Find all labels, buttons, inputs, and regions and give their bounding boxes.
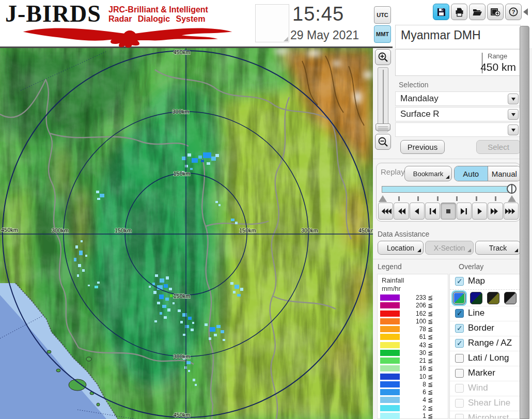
stop-button[interactable] <box>441 203 456 220</box>
overlay-row-microburst[interactable]: Microburst <box>450 411 520 419</box>
map-zoom-in-button[interactable] <box>375 49 391 65</box>
fast-forward-button[interactable] <box>488 203 503 220</box>
product-dropdown-button[interactable] <box>508 109 519 120</box>
rewind-fast-button[interactable] <box>378 203 393 220</box>
printer-icon <box>455 7 464 17</box>
legend-color-swatch <box>380 294 400 301</box>
map-zoom-slider-handle[interactable] <box>375 123 390 131</box>
checkbox-icon[interactable] <box>455 309 464 318</box>
legend-color-swatch <box>380 302 400 308</box>
play-reverse-icon <box>414 208 420 215</box>
product-dropdown[interactable]: Surface R <box>395 107 521 121</box>
play-reverse-button[interactable] <box>410 203 425 220</box>
bookmark-button[interactable]: Bookmark <box>404 166 452 181</box>
x-section-button[interactable]: X-Section <box>425 241 474 255</box>
save-button[interactable] <box>433 4 449 20</box>
overlay-row-map[interactable]: Map <box>450 274 520 289</box>
option-dropdown-button[interactable] <box>508 125 519 135</box>
step-forward-button[interactable] <box>457 203 472 220</box>
overlay-row-lati-long[interactable]: Lati / Long <box>450 351 520 366</box>
checkbox-icon[interactable] <box>455 354 464 363</box>
rewind-button[interactable] <box>394 203 409 220</box>
play-button[interactable] <box>472 203 487 220</box>
map-style-swatch-2[interactable] <box>470 292 482 304</box>
print-button[interactable] <box>451 4 467 20</box>
site-dropdown-button[interactable] <box>508 94 519 104</box>
overlay-row-range-az[interactable]: Range / AZ <box>450 336 520 351</box>
select-button[interactable]: Select <box>476 140 521 154</box>
station-box: Myanmar DMH <box>395 25 521 48</box>
previous-button[interactable]: Previous <box>400 140 445 154</box>
less-equal-symbol: ≦ <box>428 294 433 301</box>
overlay-item-label: Shear Line <box>468 398 510 408</box>
zoom-out-icon <box>378 136 389 148</box>
legend-color-swatch <box>380 326 400 332</box>
legend-color-swatch <box>380 397 400 403</box>
overlay-row-shear-line[interactable]: Shear Line <box>450 396 520 411</box>
help-icon: ? <box>508 7 519 17</box>
map-style-swatch-3[interactable] <box>487 292 499 304</box>
panel-splitter[interactable] <box>520 26 529 419</box>
overlay-label: Overlay <box>459 262 483 271</box>
checkbox-icon[interactable] <box>455 277 464 286</box>
fast-forward-max-icon <box>505 208 517 215</box>
overlay-row-marker[interactable]: Marker <box>450 366 520 381</box>
radar-map[interactable]: 450km 300km 150km 150km 300km 450km 450k… <box>0 48 373 419</box>
panel-collapse-arrow-icon[interactable] <box>523 8 528 15</box>
checkbox-icon[interactable] <box>455 399 464 408</box>
legend-entry: 6≦ <box>378 389 448 396</box>
map-zoom-out-button[interactable] <box>375 134 391 150</box>
snapshot-box[interactable] <box>255 4 289 42</box>
legend-threshold-value: 100 <box>401 318 426 325</box>
site-dropdown[interactable]: Mandalay <box>395 91 521 106</box>
location-button[interactable]: Location <box>378 241 424 255</box>
clock-date: 29 May 2021 <box>290 28 359 42</box>
menu-corner-icon <box>467 249 471 252</box>
option-dropdown[interactable] <box>395 122 521 137</box>
step-back-icon <box>429 208 436 215</box>
help-button[interactable]: ? <box>505 4 522 20</box>
add-image-button[interactable] <box>487 4 504 20</box>
map-style-swatch-4[interactable] <box>504 292 517 304</box>
legend-threshold-value: 78 <box>401 325 426 333</box>
less-equal-symbol: ≦ <box>428 381 433 388</box>
timezone-utc-button[interactable]: UTC <box>374 6 391 24</box>
resize-grip-icon[interactable] <box>284 37 288 41</box>
overlay-row-wind[interactable]: Wind <box>450 381 520 396</box>
map-zoom-slider[interactable] <box>378 67 388 132</box>
checkbox-icon[interactable] <box>455 384 464 393</box>
app-logo: J-BIRDS JRC-Brilliant & Intelligent Rada… <box>5 2 253 46</box>
legend-title: Rainfall <box>382 276 404 284</box>
legend-panel: Rainfall mm/hr 233≦206≦162≦100≦78≦61≦43≦… <box>377 274 448 419</box>
range-box: Range 450 km <box>395 49 521 76</box>
track-button[interactable]: Track <box>475 241 521 255</box>
fast-forward-max-button[interactable] <box>504 203 519 220</box>
legend-entry: 61≦ <box>378 333 448 341</box>
legend-entry: 10≦ <box>378 373 448 381</box>
timezone-mmt-button[interactable]: MMT <box>374 25 391 43</box>
checkbox-icon[interactable] <box>455 369 464 378</box>
overlay-row-border[interactable]: Border <box>450 321 520 336</box>
less-equal-symbol: ≦ <box>428 357 433 364</box>
legend-label: Legend <box>378 262 402 271</box>
map-style-swatch-1[interactable] <box>453 292 465 304</box>
fast-forward-icon <box>491 208 499 215</box>
legend-threshold-value: 2 <box>401 405 426 412</box>
checkbox-icon[interactable] <box>455 324 464 333</box>
legend-entry: 16≦ <box>378 365 448 373</box>
open-folder-button[interactable] <box>469 4 486 20</box>
replay-timeline-handle[interactable] <box>507 184 517 194</box>
less-equal-symbol: ≦ <box>428 405 433 412</box>
overlay-item-label: Map <box>468 276 485 286</box>
ring-label: 300km <box>301 227 318 234</box>
replay-auto-button[interactable]: Auto <box>455 166 488 181</box>
replay-manual-button[interactable]: Manual <box>488 166 521 181</box>
step-back-button[interactable] <box>425 203 440 220</box>
replay-timeline-slider[interactable] <box>382 186 512 193</box>
checkbox-icon[interactable] <box>455 414 464 419</box>
ring-label: 150km <box>239 227 256 234</box>
play-icon <box>477 208 483 215</box>
checkbox-icon[interactable] <box>455 339 464 348</box>
overlay-row-line[interactable]: Line <box>450 306 520 321</box>
legend-color-swatch <box>380 334 400 340</box>
